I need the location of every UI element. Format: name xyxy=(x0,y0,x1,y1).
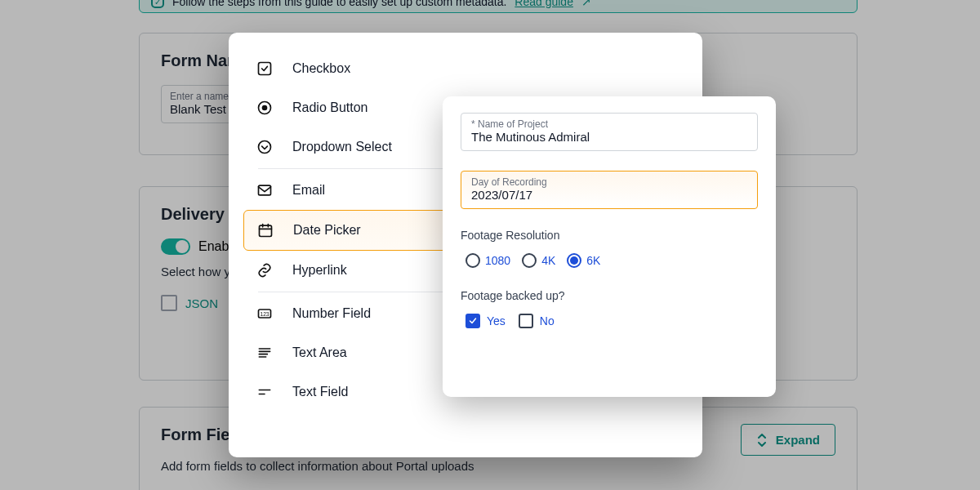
recording-date-field[interactable]: Day of Recording 2023/07/17 xyxy=(461,171,758,209)
project-name-label: * Name of Project xyxy=(471,118,747,130)
radio-label: 6K xyxy=(586,254,600,267)
num-icon: 123 xyxy=(256,305,273,322)
resolution-option-6k[interactable]: 6K xyxy=(567,253,600,268)
radio-label: 1080 xyxy=(485,254,510,267)
field-type-label: Radio Button xyxy=(292,100,368,115)
svg-rect-5 xyxy=(260,225,272,236)
checkbox-label: Yes xyxy=(487,314,506,327)
radio-icon xyxy=(522,253,537,268)
field-type-label: Number Field xyxy=(292,306,371,321)
checkbox-label: No xyxy=(540,314,555,327)
checkbox-icon xyxy=(466,314,480,328)
field-type-label: Dropdown Select xyxy=(292,140,392,154)
backup-label: Footage backed up? xyxy=(461,289,758,302)
project-name-field[interactable]: * Name of Project The Mutinous Admiral xyxy=(461,113,758,151)
calendar-icon xyxy=(257,222,274,238)
svg-rect-4 xyxy=(259,185,271,195)
lines-icon xyxy=(256,345,273,361)
resolution-option-1080[interactable]: 1080 xyxy=(466,253,510,268)
recording-date-label: Day of Recording xyxy=(471,176,747,188)
radio-label: 4K xyxy=(541,254,555,267)
resolution-radio-group: 10804K6K xyxy=(461,253,758,268)
field-type-label: Email xyxy=(292,183,325,198)
project-name-value: The Mutinous Admiral xyxy=(471,130,747,144)
resolution-label: Footage Resolution xyxy=(461,229,758,242)
field-type-checkbox[interactable]: Checkbox xyxy=(243,49,688,88)
backup-option-no[interactable]: No xyxy=(519,314,555,328)
backup-option-yes[interactable]: Yes xyxy=(466,314,506,328)
short-icon xyxy=(256,384,273,400)
field-type-label: Text Area xyxy=(292,345,347,360)
resolution-option-4k[interactable]: 4K xyxy=(522,253,555,268)
field-type-label: Checkbox xyxy=(292,61,350,76)
field-type-label: Date Picker xyxy=(293,223,361,238)
svg-point-3 xyxy=(259,141,271,154)
radio-icon xyxy=(567,253,581,268)
svg-rect-0 xyxy=(259,63,271,75)
checkbox-icon xyxy=(256,60,273,77)
checkbox-icon xyxy=(519,314,533,328)
svg-point-2 xyxy=(262,105,268,111)
svg-text:123: 123 xyxy=(260,311,269,317)
field-type-label: Hyperlink xyxy=(292,263,347,278)
mail-icon xyxy=(256,182,273,198)
recording-date-value: 2023/07/17 xyxy=(471,188,747,202)
radio-icon xyxy=(466,253,480,268)
form-preview-card: * Name of Project The Mutinous Admiral D… xyxy=(443,96,776,397)
radio-icon xyxy=(256,100,273,116)
link-icon xyxy=(256,262,273,278)
chevron-circle-icon xyxy=(256,139,273,155)
field-type-label: Text Field xyxy=(292,385,348,399)
backup-checkbox-group: YesNo xyxy=(461,314,758,328)
